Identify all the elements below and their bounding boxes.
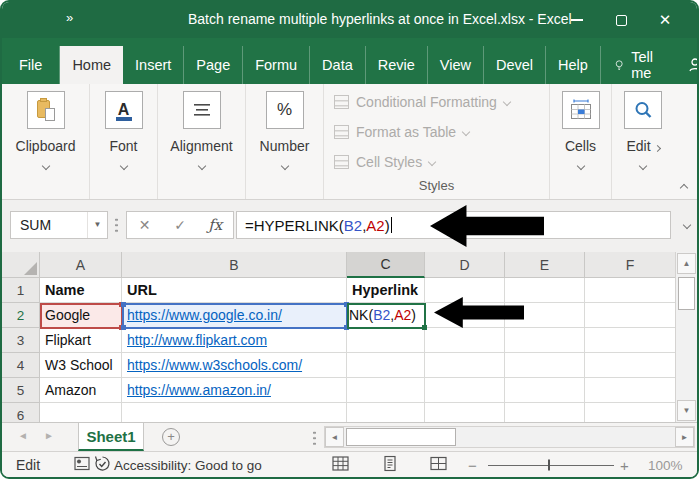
cell-e6[interactable] bbox=[505, 403, 585, 422]
tab-page-layout[interactable]: Page bbox=[184, 46, 243, 84]
macro-record-icon[interactable] bbox=[74, 456, 90, 474]
cells-group-button[interactable]: Cells bbox=[550, 84, 612, 199]
collapse-ribbon-icon[interactable] bbox=[680, 184, 688, 192]
clipboard-group-button[interactable]: Clipboard bbox=[2, 84, 90, 199]
name-box-dropdown-icon[interactable]: ▼ bbox=[87, 212, 107, 238]
zoom-in-button[interactable]: + bbox=[620, 456, 629, 473]
tab-insert[interactable]: Insert bbox=[123, 46, 184, 84]
cell-a5[interactable]: Amazon bbox=[40, 378, 122, 403]
row-header-6[interactable]: 6 bbox=[2, 403, 40, 422]
tell-me-button[interactable]: Tell me bbox=[601, 46, 673, 84]
cell-b4[interactable]: https://www.w3schools.com/ bbox=[122, 353, 347, 378]
new-sheet-button[interactable]: + bbox=[162, 428, 180, 446]
chevron-down-icon[interactable] bbox=[280, 162, 288, 170]
cell-b3[interactable]: http://www.flipkart.com bbox=[122, 328, 347, 353]
column-header-d[interactable]: D bbox=[425, 252, 505, 278]
sheet-tab-sheet1[interactable]: Sheet1 bbox=[78, 423, 144, 451]
cell-a2[interactable]: Google bbox=[40, 303, 122, 328]
column-header-c[interactable]: C bbox=[347, 252, 425, 278]
cell-styles-button[interactable]: Cell Styles bbox=[334, 154, 435, 170]
row-header-5[interactable]: 5 bbox=[2, 378, 40, 403]
row-header-2[interactable]: 2 bbox=[2, 303, 40, 328]
quick-access-toolbar-expand-icon[interactable]: » bbox=[66, 10, 71, 25]
cell-f4[interactable] bbox=[585, 353, 675, 378]
chevron-down-icon[interactable] bbox=[41, 162, 49, 170]
sheet-nav-right-icon[interactable]: ► bbox=[44, 430, 54, 441]
minimize-button[interactable] bbox=[555, 2, 599, 38]
vertical-scrollbar[interactable]: ▲ ▼ bbox=[675, 252, 697, 422]
sheet-nav-left-icon[interactable]: ◄ bbox=[18, 430, 28, 441]
cell-b1[interactable]: URL bbox=[122, 278, 347, 303]
chevron-down-icon[interactable] bbox=[576, 162, 584, 170]
insert-function-button[interactable]: ƒx bbox=[198, 212, 233, 238]
tab-home[interactable]: Home bbox=[60, 46, 123, 84]
select-all-corner[interactable] bbox=[2, 252, 40, 278]
tab-review[interactable]: Revie bbox=[366, 46, 428, 84]
cell-f5[interactable] bbox=[585, 378, 675, 403]
zoom-slider-handle[interactable] bbox=[548, 459, 550, 470]
row-header-3[interactable]: 3 bbox=[2, 328, 40, 353]
cell-e3[interactable] bbox=[505, 328, 585, 353]
horizontal-scrollbar-thumb[interactable] bbox=[346, 428, 456, 446]
accessibility-status[interactable]: Accessibility: Good to go bbox=[114, 457, 262, 472]
number-group-button[interactable]: % Number bbox=[246, 84, 324, 199]
cell-e4[interactable] bbox=[505, 353, 585, 378]
cell-f2[interactable] bbox=[585, 303, 675, 328]
column-header-f[interactable]: F bbox=[585, 252, 675, 278]
cell-d3[interactable] bbox=[425, 328, 505, 353]
cell-b6[interactable] bbox=[122, 403, 347, 422]
column-header-e[interactable]: E bbox=[505, 252, 585, 278]
chevron-down-icon[interactable] bbox=[119, 162, 127, 170]
cell-f6[interactable] bbox=[585, 403, 675, 422]
tab-bar-drag-handle[interactable] bbox=[313, 430, 316, 445]
cancel-button[interactable]: ✕ bbox=[127, 212, 162, 238]
cell-c4[interactable] bbox=[347, 353, 425, 378]
cell-c2-editing[interactable]: NK(B2,A2) bbox=[347, 303, 425, 328]
horizontal-scrollbar[interactable]: ◄ ► bbox=[324, 426, 695, 448]
normal-view-button[interactable] bbox=[332, 456, 349, 474]
tab-data[interactable]: Data bbox=[310, 46, 366, 84]
tab-developer[interactable]: Devel bbox=[484, 46, 546, 84]
row-header-4[interactable]: 4 bbox=[2, 353, 40, 378]
cell-c3[interactable] bbox=[347, 328, 425, 353]
zoom-out-button[interactable]: − bbox=[468, 456, 477, 473]
cell-c6[interactable] bbox=[347, 403, 425, 422]
column-header-a[interactable]: A bbox=[40, 252, 122, 278]
alignment-group-button[interactable]: Alignment bbox=[158, 84, 246, 199]
column-header-b[interactable]: B bbox=[122, 252, 347, 278]
page-layout-view-button[interactable] bbox=[382, 455, 398, 474]
cell-f1[interactable] bbox=[585, 278, 675, 303]
zoom-level[interactable]: 100% bbox=[648, 457, 683, 472]
cell-e5[interactable] bbox=[505, 378, 585, 403]
font-group-button[interactable]: A Font bbox=[90, 84, 158, 199]
row-header-1[interactable]: 1 bbox=[2, 278, 40, 303]
tab-view[interactable]: View bbox=[428, 46, 484, 84]
cell-c5[interactable] bbox=[347, 378, 425, 403]
vertical-scrollbar-thumb[interactable] bbox=[678, 277, 695, 310]
cell-d5[interactable] bbox=[425, 378, 505, 403]
name-box[interactable]: SUM ▼ bbox=[10, 211, 108, 239]
tab-formulas[interactable]: Formu bbox=[243, 46, 310, 84]
zoom-slider-track[interactable] bbox=[488, 465, 614, 467]
conditional-formatting-button[interactable]: Conditional Formatting bbox=[334, 94, 510, 110]
scroll-left-button[interactable]: ◄ bbox=[325, 427, 344, 447]
edit-group-button[interactable]: Edit bbox=[612, 84, 674, 199]
format-as-table-button[interactable]: Format as Table bbox=[334, 124, 469, 140]
maximize-button[interactable] bbox=[599, 2, 643, 38]
chevron-down-icon[interactable] bbox=[639, 162, 647, 170]
share-button[interactable]: Share bbox=[673, 46, 699, 84]
scroll-down-button[interactable]: ▼ bbox=[677, 400, 696, 421]
cell-a1[interactable]: Name bbox=[40, 278, 122, 303]
cell-b2[interactable]: https://www.google.co.in/ bbox=[122, 303, 347, 328]
formula-bar-drag-handle[interactable] bbox=[115, 217, 118, 233]
cell-f3[interactable] bbox=[585, 328, 675, 353]
chevron-down-icon[interactable] bbox=[197, 162, 205, 170]
close-button[interactable]: ✕ bbox=[643, 2, 687, 38]
enter-button[interactable]: ✓ bbox=[162, 212, 197, 238]
expand-formula-bar-icon[interactable] bbox=[683, 221, 691, 229]
tab-file[interactable]: File bbox=[2, 46, 60, 84]
cell-b5[interactable]: https://www.amazon.in/ bbox=[122, 378, 347, 403]
page-break-preview-button[interactable] bbox=[430, 456, 447, 474]
tab-help[interactable]: Help bbox=[546, 46, 601, 84]
scroll-right-button[interactable]: ► bbox=[675, 427, 694, 447]
